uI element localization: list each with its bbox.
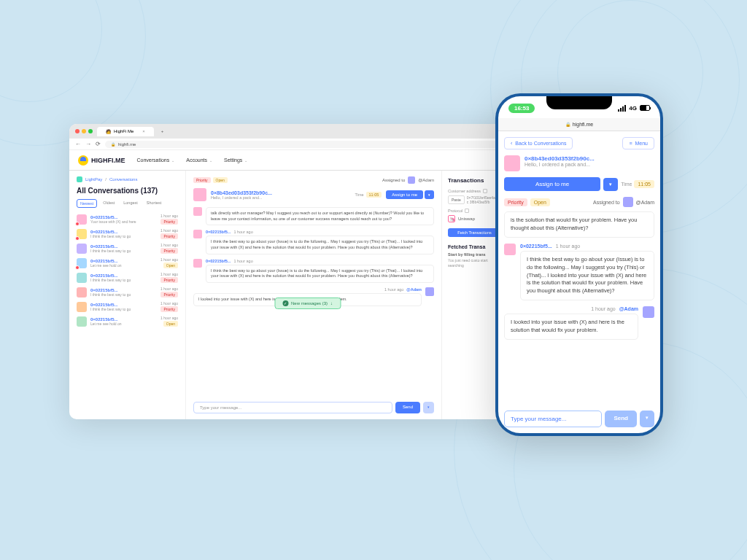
assignee-name: @Adam [636,200,654,205]
assignee-name: @Adam [418,178,434,182]
avatar [77,316,87,327]
breadcrumb-workspace[interactable]: LightPay [85,177,102,182]
message-avatar [193,259,202,268]
avatar [77,287,87,298]
logo-text: HIGHFI.ME [91,157,125,164]
chevron-left-icon: ‹ [511,141,512,146]
message-input[interactable]: Type your message... [504,411,602,427]
send-options[interactable]: ▾ [640,411,654,427]
avatar [77,229,87,239]
list-item[interactable]: 0×02215bf5...I think the best way to go1… [77,243,178,254]
time-label: Time [355,192,364,197]
list-item[interactable]: 0×02215bf5...I think the best way to go1… [77,287,178,298]
fetch-button[interactable]: Fetch Transactions [448,228,501,237]
url-text: highfi.me [118,142,136,147]
list-item[interactable]: 0×02215bf5...Let me see hold on1 hour ag… [77,257,178,268]
contact-address: 0×8b43ed03d353f2b90c... [525,155,654,162]
filter-shortest[interactable]: Shortest [144,199,164,208]
chevron-down-icon: ⌄ [171,158,174,163]
assigned-label: Assigned to [593,200,620,205]
network-label: 4G [629,105,637,112]
contact-preview: Hello, I ordered a pack and... [525,162,654,167]
send-options[interactable]: ▾ [423,402,434,413]
transactions-title: Transactions⌄ [448,176,501,184]
list-item[interactable]: 0×02215bf5...Your issue with (X) and her… [77,214,178,225]
send-button[interactable]: Send [395,402,420,413]
message-avatar [193,207,202,216]
assign-button[interactable]: Assign to me [386,190,423,199]
avatar [77,258,87,268]
assign-dropdown[interactable]: ▾ [425,190,434,199]
message: talk directly with our manager? May I su… [193,207,434,225]
back-icon[interactable]: ← [75,141,81,147]
open-tag: Open [530,198,550,206]
forward-icon[interactable]: → [85,141,91,147]
message: 0×02215bf5...1 hour agoI think the best … [504,244,654,300]
customer-address-label: Customer address [448,189,481,193]
signal-icon [618,105,626,112]
priority-tag: Priority [193,177,211,183]
avatar [77,214,87,225]
window-controls[interactable] [75,129,93,133]
arrow-down-icon: ↓ [330,301,333,306]
assign-button[interactable]: Assign to me [504,177,600,191]
mobile-url-bar[interactable]: highfi.me [498,118,660,131]
assignee-avatar [623,197,633,207]
contact-address: 0×8b43ed03d353f2b90c... [211,190,351,195]
message-avatar [643,306,654,318]
mobile-messages: is the solution that would fix your prob… [504,211,654,405]
phone-notch [546,96,612,109]
back-button[interactable]: ‹Back to Conversations [504,137,573,149]
copy-icon[interactable] [465,209,469,213]
protocol-label: Protocol [448,209,462,213]
copy-icon[interactable] [483,189,487,193]
open-tag: Open [213,177,228,183]
chevron-down-icon: ⌄ [244,158,247,163]
browser-tab[interactable]: 🧑HighFi Me× [97,127,154,136]
list-item[interactable]: 0×02215bf5...I think the best way to go1… [77,228,178,239]
message-avatar [504,244,516,255]
assign-dropdown[interactable]: ▾ [603,178,618,191]
filter-newest[interactable]: Newest [77,199,97,208]
message: 0×02215bf5...1 hour agoI think the best … [193,259,434,283]
send-button[interactable]: Send [605,411,637,427]
filter-oldest[interactable]: Oldest [100,199,117,208]
contact-preview: Hello, I ordered a pack and... [211,195,351,200]
unread-badge [75,222,80,226]
app-header: HIGHFI.ME Conversations⌄ Accounts⌄ Setti… [69,150,507,171]
uniswap-icon: 🦄 [448,215,455,222]
time-label: Time [621,182,632,187]
assignee-avatar [408,176,415,184]
list-item[interactable]: 0×02215bf5...I think the best way to go1… [77,272,178,283]
nav-conversations[interactable]: Conversations⌄ [137,158,175,163]
protocol-name: Uniswap [458,217,475,221]
list-item[interactable]: 0×02215bf5...I think the best way to go1… [77,301,178,312]
conversation-list: 0×02215bf5...Your issue with (X) and her… [77,214,178,327]
filter-longest[interactable]: Longest [120,199,141,208]
contact-avatar [504,155,520,171]
message-input[interactable]: Type your message... [193,402,392,413]
menu-button[interactable]: ≡Menu [622,137,654,149]
lock-icon: 🔒 [111,142,115,147]
priority-tag: Priority [504,198,527,206]
url-field[interactable]: 🔒highfi.me [105,141,501,148]
logo[interactable]: HIGHFI.ME [78,155,125,166]
list-item[interactable]: 0×02215bf5...Let me see hold on1 hour ag… [77,316,178,327]
phone-frame: 16:53 4G highfi.me ‹Back to Conversation… [495,93,663,436]
chevron-down-icon: ⌄ [209,158,212,163]
assigned-label: Assigned to [382,178,405,182]
paste-button[interactable]: Paste [448,195,465,204]
menu-icon: ≡ [629,141,632,146]
new-messages-pill[interactable]: ✓New messages (3)↓ [274,298,341,309]
breadcrumb: LightPay / Conversations [77,176,178,182]
fetched-help: You just need custo start searching [448,258,501,268]
time-value: 11:05 [634,180,654,188]
nav-accounts[interactable]: Accounts⌄ [186,158,212,163]
new-tab-button[interactable]: + [158,129,167,133]
reload-icon[interactable]: ⟳ [96,141,101,147]
unread-badge [75,236,80,241]
message-avatar [425,287,434,296]
nav-settings[interactable]: Settings⌄ [224,158,247,163]
breadcrumb-section[interactable]: Conversations [109,177,137,182]
message-avatar [193,230,202,238]
